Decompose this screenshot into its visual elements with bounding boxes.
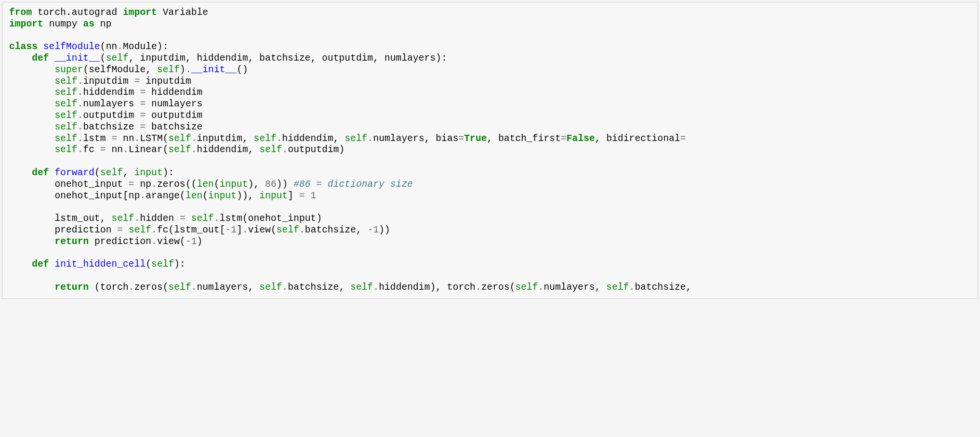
- code-block: from torch.autograd import Variable impo…: [2, 2, 978, 299]
- python-code: from torch.autograd import Variable impo…: [9, 7, 971, 294]
